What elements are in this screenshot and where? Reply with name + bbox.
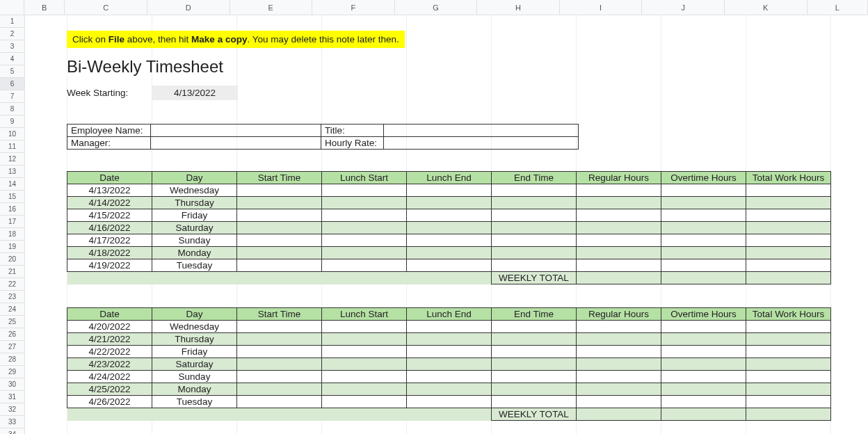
row-header-18[interactable]: 18 — [0, 228, 24, 241]
cell-value[interactable] — [492, 371, 577, 383]
row-header-26[interactable]: 26 — [0, 328, 24, 341]
cell-value[interactable] — [746, 222, 831, 234]
cell-value[interactable] — [322, 396, 407, 408]
cell-value[interactable] — [577, 371, 661, 383]
cell-value[interactable] — [237, 259, 322, 272]
cell-value[interactable] — [407, 346, 492, 358]
row-header-25[interactable]: 25 — [0, 316, 24, 328]
cell-value[interactable] — [407, 209, 492, 222]
select-all-corner[interactable] — [0, 0, 24, 15]
cell-value[interactable] — [237, 358, 322, 371]
cell-value[interactable] — [661, 197, 746, 209]
cell-value[interactable] — [322, 259, 407, 272]
cell-value[interactable] — [322, 383, 407, 396]
cell-value[interactable] — [661, 184, 746, 197]
cell-value[interactable] — [322, 197, 407, 209]
cell-value[interactable] — [237, 371, 322, 383]
cell-value[interactable] — [237, 209, 322, 222]
col-header-K[interactable]: K — [725, 0, 807, 15]
cell-value[interactable] — [407, 197, 492, 209]
col-header-J[interactable]: J — [642, 0, 725, 15]
cell-value[interactable] — [322, 346, 407, 358]
cell-value[interactable] — [577, 346, 661, 358]
cell-value[interactable] — [492, 383, 577, 396]
row-header-9[interactable]: 9 — [0, 115, 24, 128]
col-header-E[interactable]: E — [230, 0, 313, 15]
row-header-14[interactable]: 14 — [0, 178, 24, 191]
cell-value[interactable] — [577, 184, 661, 197]
cell-value[interactable] — [237, 222, 322, 234]
cell-value[interactable] — [577, 333, 661, 346]
cell-value[interactable] — [746, 346, 831, 358]
cell-value[interactable] — [237, 234, 322, 247]
cell-value[interactable] — [322, 234, 407, 247]
cell-value[interactable] — [322, 247, 407, 259]
cell-value[interactable] — [407, 222, 492, 234]
cell-value[interactable] — [661, 222, 746, 234]
row-header-15[interactable]: 15 — [0, 191, 24, 203]
cell-value[interactable] — [237, 333, 322, 346]
cell-value[interactable] — [661, 346, 746, 358]
cell-value[interactable] — [661, 321, 746, 333]
cell-value[interactable] — [746, 383, 831, 396]
col-header-B[interactable]: B — [24, 0, 65, 15]
cell-value[interactable] — [577, 247, 661, 259]
row-header-3[interactable]: 3 — [0, 40, 24, 53]
cell-value[interactable] — [577, 358, 661, 371]
cell-value[interactable] — [237, 396, 322, 408]
cell-value[interactable] — [492, 222, 577, 234]
cell-value[interactable] — [661, 247, 746, 259]
col-header-C[interactable]: C — [65, 0, 147, 15]
col-header-I[interactable]: I — [560, 0, 643, 15]
cell-value[interactable] — [407, 259, 492, 272]
cell-value[interactable] — [746, 184, 831, 197]
row-header-4[interactable]: 4 — [0, 53, 24, 65]
row-header-11[interactable]: 11 — [0, 140, 24, 153]
cell-value[interactable] — [577, 222, 661, 234]
row-header-28[interactable]: 28 — [0, 353, 24, 366]
column-headers[interactable]: BCDEFGHIJKL — [0, 0, 868, 15]
col-header-H[interactable]: H — [477, 0, 560, 15]
cell-value[interactable] — [407, 371, 492, 383]
cell-value[interactable] — [746, 358, 831, 371]
row-header-23[interactable]: 23 — [0, 291, 24, 303]
cell-value[interactable] — [492, 209, 577, 222]
cell-value[interactable] — [577, 383, 661, 396]
cell-value[interactable] — [322, 371, 407, 383]
row-header-10[interactable]: 10 — [0, 128, 24, 140]
col-header-G[interactable]: G — [395, 0, 478, 15]
cell-value[interactable] — [237, 184, 322, 197]
cell-value[interactable] — [322, 358, 407, 371]
cell-value[interactable] — [577, 234, 661, 247]
cell-value[interactable] — [746, 321, 831, 333]
cell-value[interactable] — [577, 209, 661, 222]
cell-value[interactable] — [237, 346, 322, 358]
cell-value[interactable] — [661, 234, 746, 247]
row-header-22[interactable]: 22 — [0, 278, 24, 291]
sheet-content[interactable]: Click on File above, then hit Make a cop… — [25, 15, 868, 434]
cell-value[interactable] — [492, 358, 577, 371]
row-header-8[interactable]: 8 — [0, 103, 24, 115]
row-header-12[interactable]: 12 — [0, 153, 24, 166]
cell-value[interactable] — [237, 321, 322, 333]
cell-value[interactable] — [577, 197, 661, 209]
cell-value[interactable] — [746, 197, 831, 209]
row-header-13[interactable]: 13 — [0, 166, 24, 178]
col-header-D[interactable]: D — [147, 0, 230, 15]
cell-value[interactable] — [746, 333, 831, 346]
cell-value[interactable] — [492, 333, 577, 346]
row-header-7[interactable]: 7 — [0, 90, 24, 103]
cell-value[interactable] — [407, 358, 492, 371]
row-header-29[interactable]: 29 — [0, 366, 24, 378]
cell-value[interactable] — [746, 259, 831, 272]
row-header-24[interactable]: 24 — [0, 303, 24, 316]
cell-value[interactable] — [746, 396, 831, 408]
row-header-30[interactable]: 30 — [0, 378, 24, 391]
cell-value[interactable] — [407, 383, 492, 396]
cell-value[interactable] — [322, 333, 407, 346]
cell-value[interactable] — [746, 371, 831, 383]
cell-value[interactable] — [407, 333, 492, 346]
week-starting-value[interactable]: 4/13/2022 — [152, 86, 238, 100]
cell-value[interactable] — [661, 383, 746, 396]
row-header-34[interactable]: 34 — [0, 428, 24, 434]
